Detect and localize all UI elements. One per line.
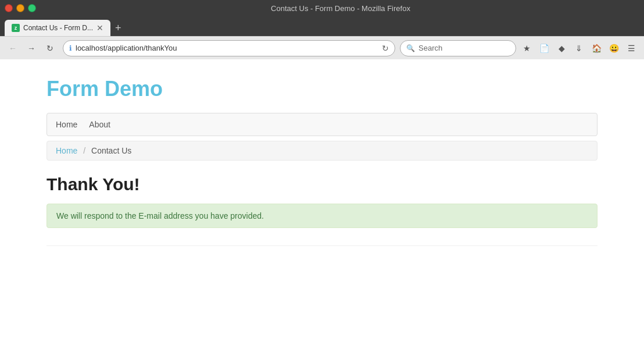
menu-button[interactable]: ☰ bbox=[623, 40, 639, 56]
home-button[interactable]: 🏠 bbox=[588, 40, 604, 56]
site-title: Form Demo bbox=[46, 77, 598, 101]
browser-window: Contact Us - Form Demo - Mozilla Firefox… bbox=[0, 0, 644, 356]
page-content: Form Demo Home About Home / Contact Us T… bbox=[0, 59, 644, 356]
tab-favicon: z bbox=[12, 24, 20, 32]
forward-button[interactable]: → bbox=[23, 40, 40, 56]
window-title: Contact Us - Form Demo - Mozilla Firefox bbox=[42, 4, 639, 13]
refresh-button[interactable]: ↻ bbox=[42, 40, 58, 56]
reader-view-button[interactable]: 📄 bbox=[536, 40, 552, 56]
url-refresh-icon[interactable]: ↻ bbox=[382, 44, 389, 53]
download-button[interactable]: ⇓ bbox=[571, 40, 587, 56]
tab-bar: z Contact Us - Form D... ✕ + bbox=[0, 16, 644, 36]
breadcrumb-current: Contact Us bbox=[91, 146, 131, 155]
new-tab-button[interactable]: + bbox=[115, 20, 121, 36]
url-bar[interactable]: ℹ localhost/application/thankYou ↻ bbox=[63, 40, 395, 56]
thank-you-heading: Thank You! bbox=[46, 175, 598, 194]
synced-tabs-button[interactable]: 😀 bbox=[606, 40, 622, 56]
breadcrumb: Home / Contact Us bbox=[46, 141, 598, 161]
nav-item-home[interactable]: Home bbox=[56, 119, 77, 130]
url-text: localhost/application/thankYou bbox=[76, 44, 378, 52]
bookmark-star-button[interactable]: ★ bbox=[518, 40, 535, 56]
navigation-bar: ← → ↻ ℹ localhost/application/thankYou ↻… bbox=[0, 36, 644, 59]
breadcrumb-separator: / bbox=[83, 146, 85, 155]
nav-link-home[interactable]: Home bbox=[56, 120, 77, 129]
info-icon: ℹ bbox=[69, 44, 72, 52]
nav-item-about[interactable]: About bbox=[89, 119, 110, 130]
nav-list: Home About bbox=[56, 119, 588, 130]
maximize-button[interactable] bbox=[28, 4, 36, 12]
window-controls bbox=[5, 4, 36, 12]
tab-close-button[interactable]: ✕ bbox=[96, 24, 103, 32]
pocket-button[interactable]: ◆ bbox=[553, 40, 570, 56]
nav-link-about[interactable]: About bbox=[89, 120, 110, 129]
title-bar: Contact Us - Form Demo - Mozilla Firefox bbox=[0, 0, 644, 16]
minimize-button[interactable] bbox=[16, 4, 24, 12]
active-tab[interactable]: z Contact Us - Form D... ✕ bbox=[5, 20, 110, 36]
search-placeholder: Search bbox=[418, 44, 442, 52]
close-button[interactable] bbox=[5, 4, 13, 12]
browser-actions: ★ 📄 ◆ ⇓ 🏠 😀 ☰ bbox=[518, 40, 639, 56]
page-divider bbox=[46, 245, 598, 246]
search-icon: 🔍 bbox=[406, 44, 415, 52]
tab-label: Contact Us - Form D... bbox=[23, 24, 93, 32]
success-message: We will respond to the E-mail address yo… bbox=[46, 204, 598, 228]
back-button[interactable]: ← bbox=[5, 40, 21, 56]
breadcrumb-home-link[interactable]: Home bbox=[56, 146, 77, 155]
search-bar[interactable]: 🔍 Search bbox=[400, 40, 516, 56]
site-navigation: Home About bbox=[46, 113, 598, 136]
